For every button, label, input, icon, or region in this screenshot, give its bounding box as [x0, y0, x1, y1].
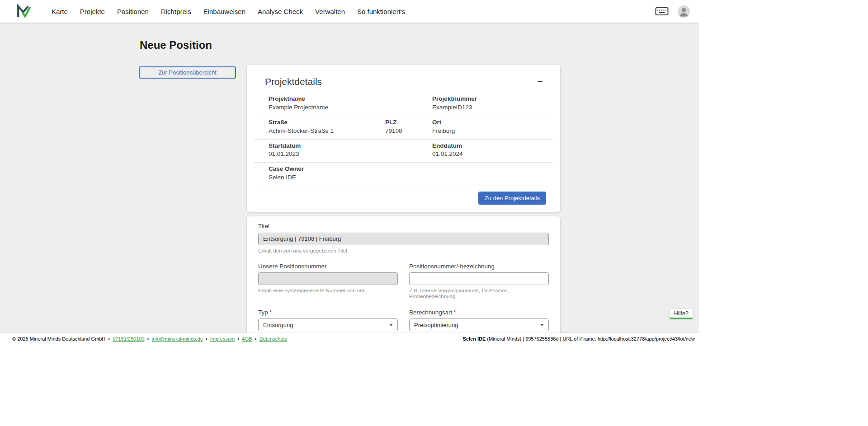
page-title: Neue Position — [140, 39, 560, 51]
logo-icon — [16, 4, 32, 19]
project-details-title: Projektdetails — [265, 76, 322, 87]
help-button[interactable]: Hilfe? — [670, 309, 693, 319]
field-enddatum: Enddatum 01.01.2024 — [432, 142, 553, 159]
titel-hint: Erhält den von uns vorgegebenen Titel. — [258, 248, 549, 254]
table-row: Case Owner Selen IDE — [254, 163, 553, 186]
table-row: Startdatum 01.01.2023 Enddatum 01.01.202… — [254, 140, 553, 163]
keyboard-icon[interactable] — [655, 7, 669, 16]
field-projektnummer: Projektnummer ExampleID123 — [432, 95, 553, 112]
field-unsere-positionsnummer: Unsere Positionsnummer Erhält eine syste… — [258, 263, 398, 300]
footer-agb-link[interactable]: AGB — [242, 336, 252, 342]
field-projektname: Projektname Example Projectname — [269, 95, 432, 112]
nav-item-positionen[interactable]: Positionen — [117, 8, 149, 15]
typ-label: Typ* — [258, 309, 398, 316]
project-details-header: Projektdetails − — [247, 65, 560, 87]
unsere-positionsnummer-input — [258, 272, 398, 285]
field-berechnungsart: Berechnungsart* Preisoptimierung Wählen … — [409, 309, 549, 333]
chevron-down-icon — [389, 324, 393, 326]
titel-label: Titel — [258, 223, 549, 230]
positionsnummer-label: Positionsnummer/-bezeichnung — [409, 263, 549, 270]
field-titel: Titel Erhält den von uns vorgegebenen Ti… — [258, 223, 549, 254]
footer-impressum-link[interactable]: Impressum — [210, 336, 235, 342]
main-nav: Karte Projekte Positionen Richtpreis Ein… — [52, 8, 405, 15]
required-asterisk: * — [269, 309, 272, 316]
field-case-owner: Case Owner Selen IDE — [269, 165, 553, 182]
footer-session-info: Selen IDE (Mineral Minds) | 69576255536d… — [463, 336, 695, 342]
field-startdatum: Startdatum 01.01.2023 — [269, 142, 432, 159]
copyright-text: © 2025 Mineral Minds Deutschland GmbH — [12, 336, 105, 342]
project-details-footer: Zu den Projektdetails — [247, 186, 560, 212]
nav-item-analyse-check[interactable]: Analyse Check — [258, 8, 303, 15]
titel-input — [258, 233, 549, 245]
typ-select[interactable]: Entsorgung — [258, 318, 398, 331]
navbar-right-icons — [655, 5, 690, 18]
to-project-details-button[interactable]: Zu den Projektdetails — [478, 192, 546, 205]
field-positionsnummer: Positionsnummer/-bezeichnung Z.B. Intern… — [409, 263, 549, 300]
required-asterisk: * — [453, 309, 456, 316]
field-typ: Typ* Entsorgung Wählen Sie hier die Art … — [258, 309, 398, 333]
footer-datenschutz-link[interactable]: Datenschutz — [259, 336, 287, 342]
title-divider — [139, 59, 560, 59]
field-strasse: Straße Achim-Stocker-Straße 1 — [269, 119, 385, 135]
table-row: Projektname Example Projectname Projektn… — [254, 93, 553, 116]
top-navbar: Karte Projekte Positionen Richtpreis Ein… — [0, 0, 699, 23]
user-avatar-icon[interactable] — [678, 5, 690, 18]
berechnungsart-label: Berechnungsart* — [409, 309, 549, 316]
project-details-card: Projektdetails − Projektname Example Pro… — [247, 65, 560, 212]
berechnungsart-select[interactable]: Preisoptimierung — [409, 318, 549, 331]
footer: © 2025 Mineral Minds Deutschland GmbH • … — [0, 333, 699, 345]
footer-email-link[interactable]: info@mineral-minds.de — [152, 336, 203, 342]
chevron-down-icon — [540, 324, 544, 326]
table-row: Straße Achim-Stocker-Straße 1 PLZ 79108 … — [254, 116, 553, 140]
collapse-minus-icon[interactable]: − — [537, 77, 543, 87]
left-column: Zur Positionsübersicht — [139, 65, 236, 79]
field-ort: Ort Freiburg — [432, 119, 553, 135]
nav-item-projekte[interactable]: Projekte — [80, 8, 105, 15]
new-position-form-card: Titel Erhält den von uns vorgegebenen Ti… — [247, 216, 560, 333]
main-area: Neue Position Zur Positionsübersicht Pro… — [0, 23, 699, 333]
nav-item-verwalten[interactable]: Verwalten — [315, 8, 345, 15]
project-details-table: Projektname Example Projectname Projektn… — [254, 93, 553, 186]
content-container: Neue Position Zur Positionsübersicht Pro… — [139, 23, 560, 333]
positionsnummer-hint: Z.B. Interne-Vorgangsnummer, LV-Position… — [409, 288, 549, 300]
footer-user-name: Selen IDE — [463, 336, 486, 342]
footer-session-text: (Mineral Minds) | 69576255536d | URL of … — [486, 336, 695, 342]
app-frame: Karte Projekte Positionen Richtpreis Ein… — [0, 0, 699, 345]
field-plz: PLZ 79108 — [385, 119, 432, 135]
nav-item-einbauweisen[interactable]: Einbauweisen — [203, 8, 245, 15]
nav-item-so-funktionierts[interactable]: So funktioniert's — [357, 8, 405, 15]
footer-left: © 2025 Mineral Minds Deutschland GmbH • … — [12, 336, 287, 342]
mineral-minds-logo[interactable] — [16, 4, 32, 19]
back-to-position-overview-button[interactable]: Zur Positionsübersicht — [139, 66, 236, 79]
footer-phone-link[interactable]: 07151/250100 — [113, 336, 144, 342]
unsere-positionsnummer-hint: Erhält eine systemgenerierte Nummer von … — [258, 288, 398, 294]
nav-item-karte[interactable]: Karte — [52, 8, 68, 15]
unsere-positionsnummer-label: Unsere Positionsnummer — [258, 263, 398, 270]
right-column: Projektdetails − Projektname Example Pro… — [247, 65, 560, 333]
positionsnummer-input[interactable] — [409, 272, 549, 285]
nav-item-richtpreis[interactable]: Richtpreis — [161, 8, 191, 15]
